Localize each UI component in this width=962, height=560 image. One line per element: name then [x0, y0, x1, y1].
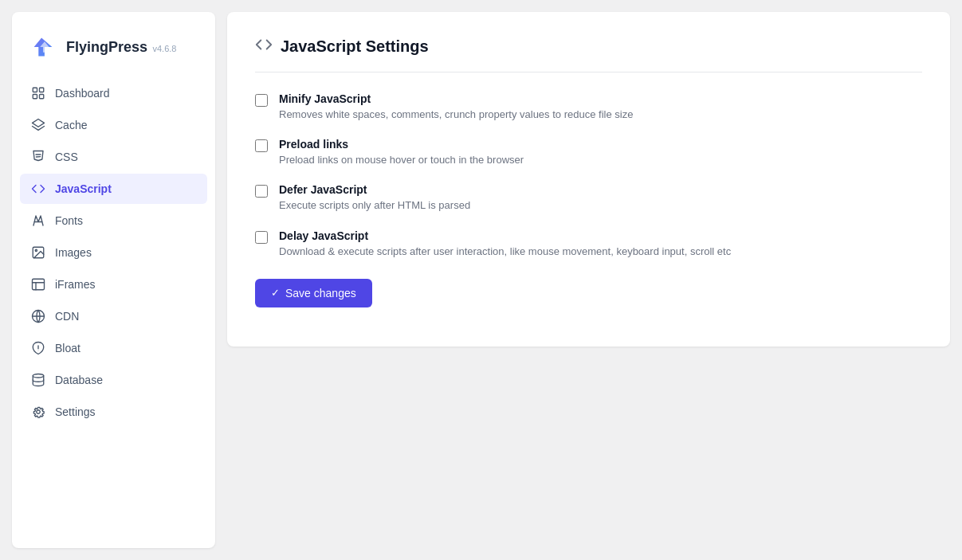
fonts-icon — [31, 213, 45, 228]
svg-rect-1 — [40, 88, 44, 92]
sidebar-item-label: JavaScript — [55, 182, 112, 195]
sidebar-item-label: iFrames — [55, 278, 96, 291]
logo: FlyingPress v4.6.8 — [12, 28, 215, 78]
grid-icon — [31, 86, 45, 100]
settings-list: Minify JavaScript Removes white spaces, … — [255, 92, 922, 259]
setting-title: Preload links — [279, 138, 524, 151]
content-card: JavaScript Settings Minify JavaScript Re… — [227, 12, 950, 347]
svg-marker-4 — [33, 119, 45, 127]
delay-javascript-checkbox[interactable] — [255, 231, 268, 244]
svg-rect-0 — [33, 88, 37, 92]
svg-rect-8 — [33, 279, 45, 290]
css-icon — [31, 150, 45, 164]
sidebar-item-label: Settings — [55, 405, 96, 418]
defer-javascript-checkbox[interactable] — [255, 185, 268, 198]
iframes-icon — [31, 277, 45, 292]
svg-rect-3 — [40, 95, 44, 99]
preload-links-checkbox[interactable] — [255, 139, 268, 152]
svg-point-14 — [38, 350, 39, 351]
save-button-label: Save changes — [285, 287, 356, 300]
page-header-icon — [255, 36, 273, 57]
sidebar-item-dashboard[interactable]: Dashboard — [20, 78, 207, 108]
sidebar-item-label: CSS — [55, 151, 78, 163]
setting-item-defer-javascript: Defer JavaScript Execute scripts only af… — [255, 183, 922, 213]
setting-item-delay-javascript: Delay JavaScript Download & execute scri… — [255, 229, 922, 259]
sidebar-item-label: Fonts — [55, 214, 83, 227]
code-icon — [31, 182, 45, 196]
sidebar-item-css[interactable]: CSS — [20, 142, 207, 172]
sidebar-nav: Dashboard Cache CSS JavaScript Fonts — [12, 78, 215, 427]
logo-icon — [28, 32, 58, 62]
setting-description: Execute scripts only after HTML is parse… — [279, 198, 470, 213]
svg-point-7 — [35, 249, 37, 251]
sidebar-item-iframes[interactable]: iFrames — [20, 269, 207, 300]
settings-icon — [31, 405, 45, 419]
main-content: JavaScript Settings Minify JavaScript Re… — [215, 0, 962, 560]
svg-rect-2 — [33, 95, 37, 99]
sidebar-item-cdn[interactable]: CDN — [20, 301, 207, 331]
image-icon — [31, 245, 45, 260]
svg-point-15 — [33, 374, 44, 378]
page-header: JavaScript Settings — [255, 36, 922, 72]
sidebar-item-label: Images — [55, 246, 92, 259]
sidebar-item-bloat[interactable]: Bloat — [20, 333, 207, 363]
globe-icon — [31, 309, 45, 323]
setting-item-preload-links: Preload links Preload links on mouse hov… — [255, 138, 922, 167]
sidebar-item-cache[interactable]: Cache — [20, 110, 207, 140]
sidebar-item-label: CDN — [55, 310, 79, 323]
sidebar-item-database[interactable]: Database — [20, 365, 207, 395]
page-title: JavaScript Settings — [281, 37, 429, 56]
checkmark-icon: ✓ — [271, 287, 280, 299]
setting-title: Minify JavaScript — [279, 92, 633, 105]
sidebar-item-settings[interactable]: Settings — [20, 397, 207, 427]
sidebar: FlyingPress v4.6.8 Dashboard Cache CSS — [12, 12, 215, 548]
sidebar-item-images[interactable]: Images — [20, 237, 207, 268]
sidebar-item-javascript[interactable]: JavaScript — [20, 174, 207, 204]
logo-version: v4.6.8 — [153, 44, 177, 53]
layers-icon — [31, 118, 45, 132]
database-icon — [31, 373, 45, 387]
svg-point-16 — [37, 410, 41, 414]
sidebar-item-label: Cache — [55, 119, 87, 131]
setting-title: Delay JavaScript — [279, 229, 731, 242]
setting-title: Defer JavaScript — [279, 183, 470, 196]
bloat-icon — [31, 341, 45, 355]
minify-javascript-checkbox[interactable] — [255, 94, 268, 107]
sidebar-item-label: Database — [55, 374, 103, 386]
sidebar-item-label: Dashboard — [55, 87, 110, 100]
save-button[interactable]: ✓ Save changes — [255, 279, 372, 307]
setting-item-minify-javascript: Minify JavaScript Removes white spaces, … — [255, 92, 922, 122]
sidebar-item-label: Bloat — [55, 342, 80, 354]
setting-description: Removes white spaces, comments, crunch p… — [279, 108, 633, 122]
setting-description: Preload links on mouse hover or touch in… — [279, 153, 524, 167]
setting-description: Download & execute scripts after user in… — [279, 245, 731, 259]
sidebar-item-fonts[interactable]: Fonts — [20, 206, 207, 236]
logo-name: FlyingPress — [66, 39, 147, 55]
